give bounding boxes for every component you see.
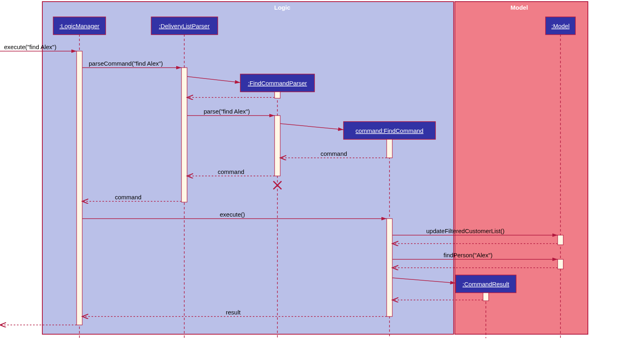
activation-model-2	[558, 259, 563, 269]
activation-fcp-create	[275, 92, 280, 98]
msg-return-command1-label: command	[321, 150, 347, 157]
msg-findperson-label: findPerson("Alex")	[444, 252, 493, 259]
activation-model-1	[558, 235, 563, 245]
msg-return-command2-label: command	[218, 168, 244, 175]
activation-commandresult	[483, 293, 489, 301]
msg-updatefiltered-label: updateFilteredCustomerList()	[426, 228, 504, 234]
participant-logicmanager-label: :LogicManager	[59, 23, 99, 29]
logic-frame-label: Logic	[274, 4, 290, 11]
participant-model-label: :Model	[551, 23, 569, 29]
activation-logicmanager	[77, 51, 82, 325]
participant-commandresult-label: :CommandResult	[462, 281, 510, 287]
participant-deliverylistparser-label: :DeliveryListParser	[159, 23, 210, 29]
msg-parsecommand-label: parseCommand("find Alex")	[89, 60, 163, 67]
activation-findcommand-create	[387, 139, 392, 158]
msg-execute-label: execute()	[220, 211, 245, 218]
activation-findcommand-execute	[387, 219, 392, 316]
activation-fcp-parse	[275, 116, 280, 176]
model-frame-label: Model	[510, 4, 528, 11]
sequence-diagram: Logic Model :LogicManager :DeliveryListP…	[0, 0, 629, 364]
msg-return-command3-label: command	[115, 194, 142, 201]
msg-result-label: result	[226, 309, 241, 316]
participant-findcommand-label: command:FindCommand	[356, 127, 423, 134]
participant-findcommandparser-label: :FindCommandParser	[248, 80, 307, 87]
msg-execute-in-label: execute("find Alex")	[4, 43, 56, 50]
activation-deliverylistparser	[181, 68, 187, 202]
msg-parse-label: parse("find Alex")	[204, 108, 250, 115]
